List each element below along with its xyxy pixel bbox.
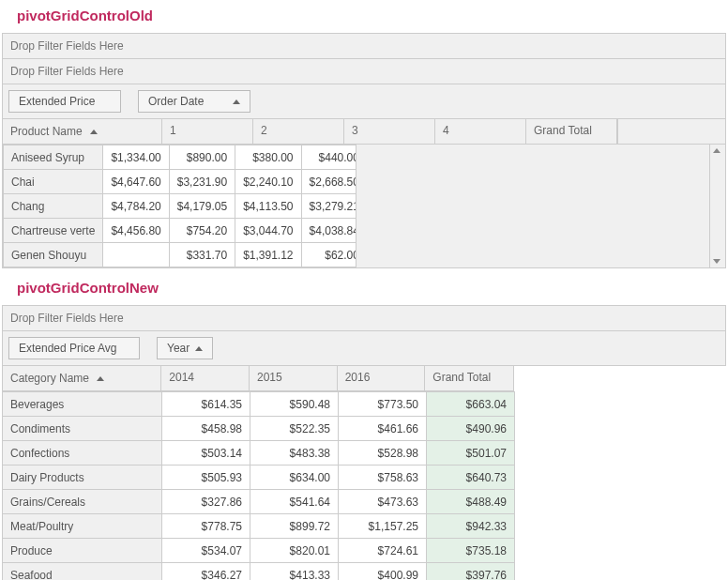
total-cell[interactable]: $942.33 <box>427 514 515 539</box>
data-cell[interactable]: $890.00 <box>169 145 235 170</box>
data-cell[interactable]: $773.50 <box>339 392 427 417</box>
col-header[interactable]: 2014 <box>161 366 250 390</box>
col-header[interactable]: 2 <box>253 119 344 144</box>
total-cell[interactable]: $663.04 <box>427 392 515 417</box>
data-cell[interactable]: $400.99 <box>339 563 427 581</box>
data-cell[interactable]: $758.63 <box>339 466 427 490</box>
data-cell[interactable]: $820.01 <box>250 539 339 563</box>
table-row: Grains/Cereals$327.86$541.64$473.63$488.… <box>3 490 515 514</box>
data-cell[interactable]: $4,647.60 <box>103 170 169 194</box>
row-label[interactable]: Condiments <box>3 417 162 441</box>
col-header-grand-total[interactable]: Grand Total <box>425 366 513 390</box>
data-cell[interactable]: $522.35 <box>250 417 339 441</box>
data-cell[interactable]: $62.00 <box>301 243 356 267</box>
total-cell[interactable]: $735.18 <box>427 539 515 563</box>
total-cell[interactable]: $397.76 <box>427 563 515 581</box>
scrollbar-vertical[interactable] <box>709 145 725 267</box>
col-field-new[interactable]: Year <box>157 337 213 359</box>
data-cell[interactable]: $327.86 <box>162 490 250 514</box>
scroll-up-icon[interactable] <box>713 148 720 153</box>
col-header[interactable]: 2016 <box>338 366 426 390</box>
data-cell[interactable]: $331.70 <box>169 243 235 267</box>
filter-area-old-1[interactable]: Drop Filter Fields Here <box>2 33 726 59</box>
data-cell[interactable]: $2,668.50 <box>301 170 356 194</box>
data-cell[interactable]: $590.48 <box>250 392 339 417</box>
row-label[interactable]: Chang <box>4 194 103 219</box>
col-header-grand-total[interactable]: Grand Total <box>526 119 617 144</box>
pivot-old-title: pivotGridControlOld <box>0 0 728 33</box>
table-row: Chartreuse verte$4,456.80$754.20$3,044.7… <box>4 219 356 243</box>
data-cell[interactable]: $754.20 <box>169 219 235 243</box>
data-cell[interactable]: $458.98 <box>162 417 250 441</box>
table-row: Beverages$614.35$590.48$773.50$663.04 <box>3 392 515 417</box>
scroll-down-icon[interactable] <box>713 259 720 264</box>
filter-area-new[interactable]: Drop Filter Fields Here <box>2 305 726 331</box>
data-cell[interactable]: $1,391.12 <box>235 243 301 267</box>
row-label[interactable]: Chartreuse verte <box>4 219 103 243</box>
data-cell[interactable]: $503.14 <box>162 441 250 466</box>
data-cell[interactable]: $3,279.21 <box>301 194 356 219</box>
col-field-new-label: Year <box>167 342 190 355</box>
data-cell[interactable]: $346.27 <box>162 563 250 581</box>
col-header[interactable]: 3 <box>344 119 435 144</box>
row-label[interactable]: Beverages <box>3 392 162 417</box>
data-cell[interactable]: $614.35 <box>162 392 250 417</box>
pivot-old-grid: Aniseed Syrup$1,334.00$890.00$380.00$440… <box>3 145 356 267</box>
row-field-new-label: Category Name <box>10 372 89 385</box>
row-field-new[interactable]: Category Name <box>3 366 161 390</box>
col-header[interactable]: 4 <box>435 119 526 144</box>
total-cell[interactable]: $501.07 <box>427 441 515 466</box>
data-cell[interactable]: $899.72 <box>250 514 339 539</box>
data-cell[interactable]: $413.33 <box>250 563 339 581</box>
data-cell[interactable]: $2,240.10 <box>235 170 301 194</box>
data-cell[interactable]: $4,038.84 <box>301 219 356 243</box>
data-cell[interactable]: $505.93 <box>162 466 250 490</box>
row-label[interactable]: Dairy Products <box>3 466 162 490</box>
data-cell[interactable] <box>103 243 169 267</box>
total-cell[interactable]: $490.96 <box>427 417 515 441</box>
data-cell[interactable]: $4,113.50 <box>235 194 301 219</box>
data-cell[interactable]: $4,179.05 <box>169 194 235 219</box>
data-cell[interactable]: $380.00 <box>235 145 301 170</box>
data-cell[interactable]: $1,157.25 <box>339 514 427 539</box>
col-header[interactable]: 1 <box>162 119 253 144</box>
table-row: Chai$4,647.60$3,231.90$2,240.10$2,668.50… <box>4 170 356 194</box>
col-header-row-old: Product Name 1 2 3 4 Grand Total <box>2 119 726 145</box>
data-cell[interactable]: $440.00 <box>301 145 356 170</box>
filter-area-old-2[interactable]: Drop Filter Fields Here <box>2 59 726 84</box>
data-cell[interactable]: $4,456.80 <box>103 219 169 243</box>
data-cell[interactable]: $461.66 <box>339 417 427 441</box>
empty-body-right <box>356 145 709 267</box>
row-label[interactable]: Seafood <box>3 563 162 581</box>
col-header[interactable]: 2015 <box>250 366 338 390</box>
col-field-old[interactable]: Order Date <box>138 90 250 113</box>
row-label[interactable]: Confections <box>3 441 162 466</box>
row-label[interactable]: Meat/Poultry <box>3 514 162 539</box>
data-cell[interactable]: $3,231.90 <box>169 170 235 194</box>
data-cell[interactable]: $3,044.70 <box>235 219 301 243</box>
row-label[interactable]: Chai <box>4 170 103 194</box>
data-cell[interactable]: $1,334.00 <box>103 145 169 170</box>
data-cell[interactable]: $724.61 <box>339 539 427 563</box>
data-cell[interactable]: $634.00 <box>250 466 339 490</box>
data-cell[interactable]: $483.38 <box>250 441 339 466</box>
col-header-row-new: Category Name 2014 2015 2016 Grand Total <box>2 366 514 391</box>
row-label[interactable]: Aniseed Syrup <box>4 145 103 170</box>
row-field-old[interactable]: Product Name <box>3 119 162 144</box>
data-cell[interactable]: $534.07 <box>162 539 250 563</box>
data-cell[interactable]: $528.98 <box>339 441 427 466</box>
data-cell[interactable]: $473.63 <box>339 490 427 514</box>
field-row-new: Extended Price Avg Year <box>2 331 726 366</box>
data-field-old-label: Extended Price <box>19 95 95 108</box>
row-label[interactable]: Produce <box>3 539 162 563</box>
data-field-new[interactable]: Extended Price Avg <box>8 337 140 359</box>
total-cell[interactable]: $640.73 <box>427 466 515 490</box>
data-field-old[interactable]: Extended Price <box>8 90 121 113</box>
row-label[interactable]: Genen Shouyu <box>4 243 103 267</box>
data-cell[interactable]: $778.75 <box>162 514 250 539</box>
row-label[interactable]: Grains/Cereals <box>3 490 162 514</box>
data-cell[interactable]: $4,784.20 <box>103 194 169 219</box>
total-cell[interactable]: $488.49 <box>427 490 515 514</box>
table-row: Genen Shouyu$331.70$1,391.12$62.00$1,784… <box>4 243 356 267</box>
data-cell[interactable]: $541.64 <box>250 490 339 514</box>
